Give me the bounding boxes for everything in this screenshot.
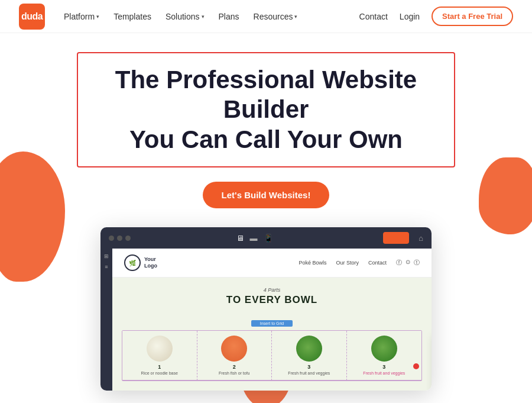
site-grid: 1 Rice or noodle base 2 Fresh fish or to… <box>122 330 422 381</box>
site-nav-pokebowls: Poké Bowls <box>299 260 326 266</box>
grid-cell-2: 2 Fresh fish or tofu <box>197 331 273 381</box>
site-hero-title: TO EVERY BOWL <box>124 294 420 306</box>
left-toolbar: ⊞ ≡ <box>100 249 112 391</box>
browser-dots <box>109 236 131 241</box>
food-avocado-image <box>296 336 322 362</box>
site-social-icons: ⓕ ⊙ ⓣ <box>396 259 420 267</box>
food-rice-image <box>147 336 173 362</box>
site-content: ⊞ ≡ 🌿 YourLogo Poké Bowls Our Story <box>100 249 432 391</box>
nav-right: Contact Login Start a Free Trial <box>359 7 513 26</box>
dot-minimize <box>117 236 122 241</box>
home-icon: ⌂ <box>419 234 423 243</box>
site-hero: 4 Parts TO EVERY BOWL <box>112 278 432 315</box>
build-websites-button[interactable]: Let's Build Websites! <box>203 182 330 208</box>
hero-title: The Professional Website Builder You Can… <box>102 65 430 154</box>
insert-to-grid-bar: Insert to Grid <box>251 320 293 327</box>
nav-login-link[interactable]: Login <box>400 12 420 21</box>
nav-platform[interactable]: Platform ▾ <box>64 12 99 21</box>
nav-plans[interactable]: Plans <box>219 12 239 21</box>
main-content: The Professional Website Builder You Can… <box>0 33 532 391</box>
chevron-down-icon: ▾ <box>96 14 99 20</box>
site-navbar: 🌿 YourLogo Poké Bowls Our Story Contact … <box>112 249 432 278</box>
chevron-down-icon: ▾ <box>202 14 205 20</box>
site-nav-ourstory: Our Story <box>336 260 359 266</box>
site-main-area: 🌿 YourLogo Poké Bowls Our Story Contact … <box>112 249 432 391</box>
start-free-trial-button[interactable]: Start a Free Trial <box>432 7 513 26</box>
nav-contact-link[interactable]: Contact <box>359 12 388 21</box>
decorative-blob-left <box>0 151 65 282</box>
nav-links: Platform ▾ Templates Solutions ▾ Plans R… <box>64 12 359 21</box>
site-logo-circle: 🌿 <box>124 254 141 271</box>
site-logo-text: YourLogo <box>144 256 157 269</box>
facebook-icon: ⓕ <box>396 259 402 267</box>
dot-maximize <box>125 236 131 241</box>
grid-cell-3: 3 Fresh fruit and veggies <box>272 331 347 381</box>
logo[interactable]: duda <box>19 4 45 30</box>
logo-text: duda <box>21 11 43 22</box>
browser-mockup: 🖥 ▬ 📱 ⌂ ⊞ ≡ 🌿 <box>100 227 432 391</box>
nav-resources[interactable]: Resources ▾ <box>254 12 298 21</box>
site-nav-contact: Contact <box>368 260 387 266</box>
decorative-blob-right <box>479 157 532 234</box>
hero-title-box: The Professional Website Builder You Can… <box>77 52 455 167</box>
food-last-image <box>371 336 397 362</box>
chevron-down-icon: ▾ <box>294 14 297 20</box>
browser-window: 🖥 ▬ 📱 ⌂ ⊞ ≡ 🌿 <box>100 227 432 391</box>
twitter-icon: ⓣ <box>414 259 420 267</box>
site-hero-subtitle: 4 Parts <box>124 287 420 293</box>
instagram-icon: ⊙ <box>406 259 410 267</box>
site-grid-section: Insert to Grid 1 Rice or noodle base <box>112 315 432 391</box>
site-nav-links: Poké Bowls Our Story Contact <box>299 260 387 266</box>
browser-publish-btn <box>383 232 409 244</box>
nav-templates[interactable]: Templates <box>113 12 151 21</box>
layers-icon: ⊞ <box>104 253 109 259</box>
site-logo-area: 🌿 YourLogo <box>124 254 157 271</box>
widgets-icon: ≡ <box>105 264 108 270</box>
grid-cell-1: 1 Rice or noodle base <box>122 331 197 381</box>
mobile-icon: 📱 <box>264 234 273 243</box>
nav-solutions[interactable]: Solutions ▾ <box>166 12 205 21</box>
device-icons: 🖥 ▬ 📱 <box>236 234 273 243</box>
grid-cell-4: 3 Fresh fruit and veggies <box>347 331 422 381</box>
dot-close <box>109 236 114 241</box>
navbar: duda Platform ▾ Templates Solutions ▾ Pl… <box>0 0 532 33</box>
desktop-icon: 🖥 <box>236 234 244 243</box>
food-salmon-image <box>221 336 247 362</box>
tablet-icon: ▬ <box>250 234 258 243</box>
browser-chrome: 🖥 ▬ 📱 ⌂ <box>100 227 432 249</box>
